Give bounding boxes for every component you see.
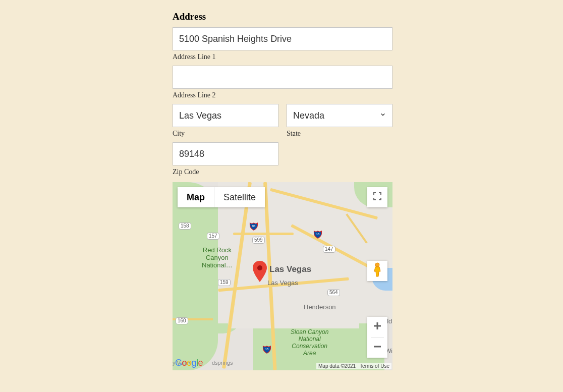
interstate-shield-15b: 15 [262, 345, 271, 354]
section-title: Address [173, 11, 392, 22]
map-label-sloan-4: Area [291, 350, 328, 357]
map-label-sloan-1: Sloan Canyon [291, 328, 328, 335]
svg-point-3 [257, 265, 262, 270]
map-type-satellite-button[interactable]: Satellite [214, 187, 265, 207]
route-shield-159: 159 [218, 279, 231, 286]
map-marker-icon [252, 261, 267, 284]
fullscreen-button[interactable] [367, 187, 387, 207]
address-line-2-label: Address Line 2 [173, 91, 392, 99]
map-label-lasvegas: Las Vegas [267, 279, 298, 287]
map-preview[interactable]: 158 157 599 147 159 564 160 95 15 15 Red… [173, 182, 392, 370]
zip-group: Zip Code [173, 142, 392, 176]
map-footer: Map data ©2021 Terms of Use [316, 363, 391, 369]
svg-text:15: 15 [316, 233, 320, 236]
address-line-1-group: Address Line 1 [173, 27, 392, 61]
map-data-attribution: Map data ©2021 [318, 363, 356, 369]
zoom-control [367, 317, 387, 358]
svg-text:15: 15 [265, 348, 269, 351]
interstate-shield-95: 95 [249, 221, 258, 231]
fullscreen-icon [373, 192, 382, 203]
zoom-in-button[interactable] [367, 317, 387, 337]
map-label-redrock-2: Canyon [202, 254, 233, 261]
map-label-sloan-2: National [291, 335, 328, 343]
terms-of-use-link[interactable]: Terms of Use [360, 363, 389, 369]
city-input[interactable] [173, 104, 278, 127]
interstate-shield-15a: 15 [313, 230, 322, 239]
route-shield-160: 160 [176, 317, 188, 324]
map-label-henderson: Henderson [304, 303, 336, 311]
state-label: State [287, 130, 392, 138]
address-line-2-group: Address Line 2 [173, 66, 392, 99]
pegman-icon [372, 262, 383, 279]
map-label-dsprings: dsprings [212, 360, 233, 366]
streetview-button[interactable] [367, 261, 387, 281]
route-shield-147: 147 [323, 246, 335, 253]
route-shield-157: 157 [207, 233, 219, 240]
map-type-toggle: Map Satellite [178, 187, 265, 207]
address-form: Address Address Line 1 Address Line 2 Ci… [173, 11, 392, 370]
address-line-2-input[interactable] [173, 66, 392, 89]
map-label-lasvegas-bold: Las Vegas [269, 264, 311, 274]
route-shield-158: 158 [179, 222, 191, 230]
map-label-sloan-3: Conservation [291, 343, 328, 350]
svg-point-4 [375, 263, 379, 267]
state-select[interactable]: Nevada [287, 104, 392, 127]
address-line-1-input[interactable] [173, 27, 392, 50]
zip-input[interactable] [173, 142, 278, 165]
zoom-out-button[interactable] [367, 338, 387, 358]
map-label-redrock-3: National… [202, 261, 233, 269]
minus-icon [373, 342, 382, 353]
zip-label: Zip Code [173, 168, 392, 176]
map-type-map-button[interactable]: Map [178, 187, 214, 207]
address-line-1-label: Address Line 1 [173, 53, 392, 61]
city-label: City [173, 130, 278, 138]
map-canvas: 158 157 599 147 159 564 160 95 15 15 Red… [173, 182, 392, 370]
route-shield-599: 599 [252, 237, 265, 244]
city-state-row: City Nevada State [173, 104, 392, 138]
map-label-redrock-1: Red Rock [202, 246, 233, 254]
google-logo: Google [175, 358, 203, 368]
plus-icon [373, 321, 382, 332]
svg-text:95: 95 [252, 225, 256, 228]
route-shield-564: 564 [327, 289, 340, 296]
